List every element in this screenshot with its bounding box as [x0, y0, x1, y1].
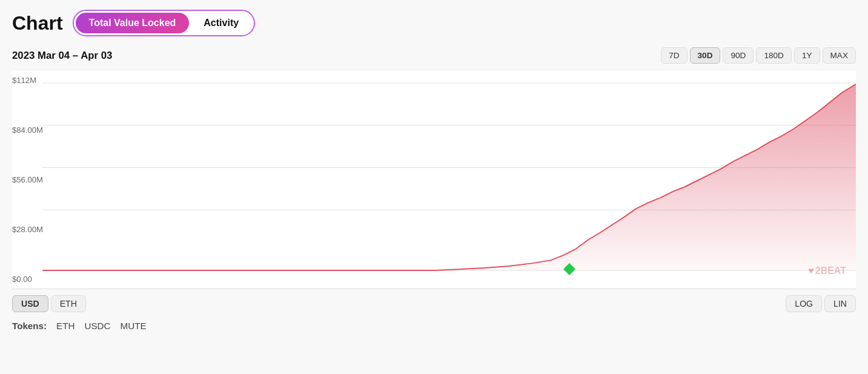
- period-max[interactable]: MAX: [823, 47, 856, 64]
- scale-log[interactable]: LOG: [786, 295, 822, 312]
- token-mute: MUTE: [121, 321, 147, 331]
- scale-lin[interactable]: LIN: [824, 295, 856, 312]
- period-90d[interactable]: 90D: [723, 47, 754, 64]
- period-7d[interactable]: 7D: [661, 47, 687, 64]
- scale-group: LOG LIN: [786, 295, 856, 312]
- currency-eth[interactable]: ETH: [51, 295, 86, 312]
- tab-activity[interactable]: Activity: [190, 13, 252, 33]
- chart-title: Chart: [12, 12, 63, 35]
- date-range-row: 2023 Mar 04 – Apr 03 7D 30D 90D 180D 1Y …: [12, 47, 856, 64]
- tokens-label: Tokens:: [12, 321, 47, 331]
- currency-usd[interactable]: USD: [12, 295, 48, 312]
- period-180d[interactable]: 180D: [756, 47, 792, 64]
- currency-group: USD ETH: [12, 295, 86, 312]
- tab-tvl[interactable]: Total Value Locked: [76, 13, 190, 33]
- header-row: Chart Total Value Locked Activity: [12, 10, 856, 36]
- token-eth: ETH: [56, 321, 75, 331]
- period-30d[interactable]: 30D: [690, 47, 721, 64]
- period-group: 7D 30D 90D 180D 1Y MAX: [661, 47, 856, 64]
- tokens-row: Tokens: ETH USDC MUTE: [12, 321, 856, 331]
- chart-svg: [12, 71, 856, 289]
- bottom-controls-row: USD ETH LOG LIN: [12, 295, 856, 312]
- date-range-label: 2023 Mar 04 – Apr 03: [12, 50, 112, 62]
- token-usdc: USDC: [84, 321, 110, 331]
- chart-container: $112M $84.00M $56.00M $28.00M $0.00 ♥ 2B…: [12, 71, 856, 289]
- period-1y[interactable]: 1Y: [794, 47, 820, 64]
- tab-group: Total Value Locked Activity: [73, 10, 256, 36]
